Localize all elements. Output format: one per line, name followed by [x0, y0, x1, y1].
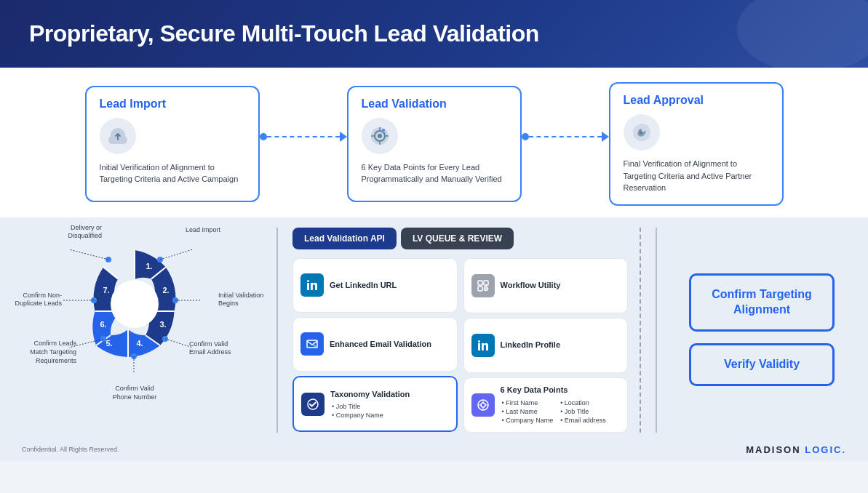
footer: Confidential. All Rights Reserved. MADIS…: [0, 443, 868, 461]
card-datapoints: 6 Key Data Points First Name Last Name C…: [463, 377, 629, 433]
card-taxonomy: Taxonomy Validation Job Title Company Na…: [292, 376, 458, 432]
brand-name: MADISON LOGIC.: [746, 444, 846, 455]
arrow-dot-2: [522, 133, 529, 140]
datapoints-content: 6 Key Data Points First Name Last Name C…: [501, 385, 621, 424]
phase-lead-approval: Lead Approval Final Verification of Alig…: [609, 82, 784, 206]
phases-section: Lead Import Initial Verification of Alig…: [0, 68, 868, 217]
section-divider-2: [656, 228, 657, 433]
datapoints-bullets-left: First Name Last Name Company Name: [501, 396, 554, 425]
dp-jobtitle: Job Title: [560, 407, 606, 416]
email-validation-content: Enhanced Email Validation: [330, 339, 450, 349]
workflow-content: Workflow Utility: [501, 280, 621, 290]
linkedin-profile-icon: [471, 334, 495, 357]
dp-email: Email address: [560, 416, 606, 425]
phase-lead-validation: Lead Validation 6 Key Data Points for Ev…: [347, 86, 522, 202]
phase-validation-desc: 6 Key Data Points for Every Lead Program…: [362, 161, 507, 185]
dp-company: Company Name: [502, 416, 554, 425]
svg-point-2: [378, 134, 382, 138]
linkedin-url-icon: [300, 273, 324, 297]
email-validation-icon: [300, 332, 324, 356]
svg-point-46: [481, 403, 485, 407]
arrow-head-2: [602, 132, 609, 142]
wheel-label-7: Delivery or Disqualified: [51, 224, 102, 241]
datapoints-bullets-right: Location Job Title Email address: [559, 396, 606, 425]
taxonomy-content: Taxonomy Validation Job Title Company Na…: [330, 389, 449, 420]
svg-line-22: [160, 249, 193, 260]
confidential-text: Confidential. All Rights Reserved.: [22, 446, 119, 453]
brand-dot: LOGIC.: [801, 444, 846, 455]
workflow-icon: [471, 274, 495, 297]
api-section: Lead Validation API LV QUEUE & REVIEW: [292, 228, 641, 433]
svg-text:5.: 5.: [105, 339, 112, 348]
phase-import-title: Lead Import: [100, 97, 245, 111]
confirm-targeting-label: Confirm Targeting Alignment: [706, 287, 818, 318]
taxonomy-label: Taxonomy Validation: [330, 389, 449, 399]
arrow-line-2: [529, 136, 602, 137]
taxonomy-bullets: Job Title Company Name: [330, 399, 449, 420]
section-divider-1: [276, 228, 278, 433]
tab-lead-validation-api[interactable]: Lead Validation API: [292, 228, 397, 249]
arrow-2: [522, 132, 609, 142]
svg-point-36: [307, 280, 309, 282]
verify-validity-button[interactable]: Verify Validity: [689, 343, 835, 386]
taxonomy-bullet-1: Job Title: [332, 402, 449, 411]
svg-text:6.: 6.: [100, 320, 106, 329]
card-email-validation: Enhanced Email Validation: [292, 317, 458, 372]
header: Proprietary, Secure Multi-Touch Lead Val…: [0, 0, 868, 68]
svg-rect-40: [484, 281, 488, 285]
card-linkedin-url: Get LinkedIn URL: [292, 258, 458, 313]
datapoints-label: 6 Key Data Points: [501, 385, 621, 395]
dp-lastname: Last Name: [502, 407, 554, 416]
taxonomy-icon: [301, 393, 324, 416]
phase-approval-title: Lead Approval: [624, 94, 769, 107]
svg-rect-35: [307, 283, 309, 290]
wheel-label-2: Initial Validation Begins: [218, 292, 269, 308]
taxonomy-bullet-2: Company Name: [332, 411, 449, 420]
datapoints-icon: [471, 393, 495, 417]
wheel-label-5: Confirm Leads Match Targeting Requiremen…: [18, 340, 76, 365]
workflow-label: Workflow Utility: [501, 280, 621, 290]
phase-validation-icon: [362, 118, 398, 154]
svg-line-34: [69, 249, 108, 260]
wheel-label-6: Confirm Non-Duplicate Leads: [11, 292, 62, 308]
api-columns: Get LinkedIn URL Enhanced Email Validati…: [292, 258, 628, 433]
linkedin-profile-label: LinkedIn Profile: [501, 340, 621, 350]
api-tabs: Lead Validation API LV QUEUE & REVIEW: [292, 228, 628, 249]
right-action-section: Confirm Targeting Alignment Verify Valid…: [672, 228, 846, 433]
card-linkedin-profile: LinkedIn Profile: [463, 318, 629, 373]
api-left-col: Get LinkedIn URL Enhanced Email Validati…: [292, 258, 458, 433]
arrow-dot-1: [260, 133, 267, 140]
api-right-col: Workflow Utility LinkedIn Profile: [463, 258, 629, 433]
svg-text:7.: 7.: [103, 286, 109, 294]
email-validation-label: Enhanced Email Validation: [330, 339, 450, 349]
phase-import-icon: [100, 118, 136, 154]
dp-firstname: First Name: [502, 398, 554, 407]
bottom-section: 1. 2. 3. 4. 5. 6. 7.: [0, 217, 868, 443]
tab-lv-queue-review[interactable]: LV QUEUE & REVIEW: [401, 228, 514, 249]
linkedin-url-content: Get LinkedIn URL: [330, 280, 450, 290]
linkedin-profile-content: LinkedIn Profile: [501, 340, 621, 350]
svg-rect-43: [478, 343, 480, 350]
verify-validity-label: Verify Validity: [706, 357, 818, 372]
svg-rect-41: [478, 286, 482, 291]
svg-point-44: [478, 340, 480, 342]
dp-location: Location: [560, 398, 606, 407]
arrow-head-1: [340, 132, 347, 142]
phase-lead-import: Lead Import Initial Verification of Alig…: [85, 86, 260, 202]
svg-point-13: [111, 280, 159, 328]
svg-rect-39: [478, 281, 482, 285]
svg-text:1.: 1.: [146, 262, 152, 270]
phase-validation-title: Lead Validation: [362, 97, 507, 111]
svg-text:4.: 4.: [136, 339, 143, 348]
wheel-container: 1. 2. 3. 4. 5. 6. 7.: [47, 228, 236, 388]
page-title: Proprietary, Secure Multi-Touch Lead Val…: [29, 20, 839, 47]
wheel-label-4: Confirm Valid Phone Number: [105, 385, 164, 401]
arrow-line-1: [267, 136, 340, 137]
svg-text:3.: 3.: [159, 320, 166, 329]
arrow-1: [260, 132, 347, 142]
phase-approval-icon: [624, 114, 660, 151]
confirm-targeting-button[interactable]: Confirm Targeting Alignment: [689, 273, 835, 332]
phase-import-desc: Initial Verification of Alignment to Tar…: [100, 161, 245, 185]
wheel-section: 1. 2. 3. 4. 5. 6. 7.: [22, 228, 262, 433]
linkedin-url-label: Get LinkedIn URL: [330, 280, 450, 290]
